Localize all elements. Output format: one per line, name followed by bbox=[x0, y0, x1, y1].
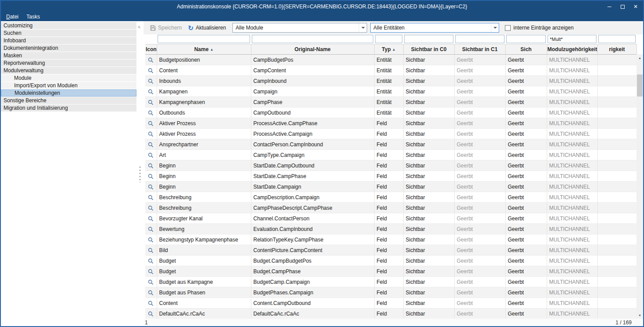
cell-icon[interactable] bbox=[145, 86, 157, 97]
cell-icon[interactable] bbox=[145, 203, 157, 213]
column-header-modul[interactable]: Modulzugehörigkeit bbox=[547, 45, 597, 55]
table-row[interactable]: AnsprechpartnerContactPerson.CampInbound… bbox=[145, 139, 637, 150]
cell-icon[interactable] bbox=[145, 266, 157, 277]
cell-icon[interactable] bbox=[145, 129, 157, 139]
column-header-original[interactable]: Original-Name bbox=[251, 45, 374, 55]
column-header-c2[interactable]: Sich bbox=[505, 45, 547, 55]
row-search-icon[interactable] bbox=[148, 237, 154, 243]
table-row[interactable]: OutboundsCampOutboundEntitätSichtbarGeer… bbox=[145, 108, 637, 118]
table-row[interactable]: Budget aus PhasenBudgetPhases.CampaignFe… bbox=[145, 287, 637, 298]
sidebar-item-sonstige-bereiche[interactable]: Sonstige Bereiche bbox=[1, 97, 136, 104]
table-row[interactable]: BeginnStartDate.CampPhaseFeldSichtbarGee… bbox=[145, 171, 637, 182]
row-search-icon[interactable] bbox=[148, 152, 154, 158]
column-header-c0[interactable]: Sichtbar in C0 bbox=[403, 45, 454, 55]
row-search-icon[interactable] bbox=[148, 269, 154, 275]
maximize-button[interactable] bbox=[616, 1, 629, 12]
column-header-c1[interactable]: Sichtbar in C1 bbox=[454, 45, 505, 55]
table-row[interactable]: BudgetBudget.CampBudgetPosFeldSichtbarGe… bbox=[145, 256, 637, 266]
cell-icon[interactable] bbox=[145, 182, 157, 192]
row-search-icon[interactable] bbox=[148, 258, 154, 264]
filter-input-c2[interactable] bbox=[506, 35, 546, 43]
table-row[interactable]: ArtCampType.CampaignFeldSichtbarGeerbtGe… bbox=[145, 150, 637, 160]
table-row[interactable]: InboundsCampInboundEntitätSichtbarGeerbt… bbox=[145, 76, 637, 86]
cell-icon[interactable] bbox=[145, 298, 157, 308]
filter-input-modul[interactable] bbox=[548, 35, 596, 43]
filter-input-name[interactable] bbox=[158, 35, 250, 43]
table-row[interactable]: Beziehungstyp KampagnenphaseRelationType… bbox=[145, 234, 637, 245]
table-row[interactable]: BudgetBudget.CampPhaseFeldSichtbarGeerbt… bbox=[145, 266, 637, 277]
cell-icon[interactable] bbox=[145, 171, 157, 182]
row-search-icon[interactable] bbox=[148, 279, 154, 285]
row-search-icon[interactable] bbox=[148, 89, 154, 95]
row-search-icon[interactable] bbox=[148, 142, 154, 148]
table-row[interactable]: DefaultCaAc.rCaAcDefaultCaAc.rCaAcFeldSi… bbox=[145, 308, 637, 319]
splitter-grip-icon[interactable] bbox=[139, 166, 141, 182]
cell-icon[interactable] bbox=[145, 118, 157, 129]
cell-icon[interactable] bbox=[145, 224, 157, 234]
filter-input-c0[interactable] bbox=[404, 35, 453, 43]
sidebar-item-modulverwaltung[interactable]: Modulverwaltung bbox=[1, 67, 136, 74]
cell-icon[interactable] bbox=[145, 160, 157, 171]
row-search-icon[interactable] bbox=[148, 121, 154, 126]
filter-input-typ[interactable] bbox=[375, 35, 402, 43]
sidebar-item-reportverwaltung[interactable]: Reportverwaltung bbox=[1, 59, 136, 67]
scroll-up-button[interactable]: ▲ bbox=[637, 54, 643, 61]
table-row[interactable]: BeginnStartDate.CampOutboundFeldSichtbar… bbox=[145, 160, 637, 171]
internal-entries-checkbox[interactable] bbox=[505, 25, 511, 31]
scroll-thumb[interactable] bbox=[637, 74, 643, 97]
cell-icon[interactable] bbox=[145, 150, 157, 160]
sidebar-item-moduleinstellungen[interactable]: Moduleinstellungen bbox=[1, 89, 136, 97]
sidebar-item-customizing[interactable]: Customizing bbox=[1, 22, 136, 29]
row-search-icon[interactable] bbox=[148, 100, 154, 105]
collapse-sidebar-icon[interactable]: < bbox=[138, 25, 140, 30]
cell-icon[interactable] bbox=[145, 277, 157, 287]
cell-icon[interactable] bbox=[145, 65, 157, 76]
cell-icon[interactable] bbox=[145, 234, 157, 245]
sidebar-splitter[interactable]: < bbox=[136, 21, 144, 326]
row-search-icon[interactable] bbox=[148, 163, 154, 169]
row-search-icon[interactable] bbox=[148, 57, 154, 63]
sidebar-item-migration-und-initialisierung[interactable]: Migration und Initialisierung bbox=[1, 104, 136, 111]
save-button[interactable]: Speichern bbox=[147, 23, 185, 32]
row-search-icon[interactable] bbox=[148, 184, 154, 190]
row-search-icon[interactable] bbox=[148, 174, 154, 179]
row-search-icon[interactable] bbox=[148, 248, 154, 253]
row-search-icon[interactable] bbox=[148, 301, 154, 306]
minimize-button[interactable] bbox=[603, 1, 616, 12]
cell-icon[interactable] bbox=[145, 55, 157, 65]
cell-icon[interactable] bbox=[145, 139, 157, 150]
row-search-icon[interactable] bbox=[148, 216, 154, 222]
table-row[interactable]: BeschreibungCampDescription.CampaignFeld… bbox=[145, 192, 637, 203]
row-search-icon[interactable] bbox=[148, 311, 154, 317]
table-row[interactable]: BudgetpositionenCampBudgetPosEntitätSich… bbox=[145, 55, 637, 65]
column-header-name[interactable]: Name▲ bbox=[157, 45, 251, 55]
menu-item-datei[interactable]: Datei bbox=[6, 14, 18, 20]
cell-icon[interactable] bbox=[145, 308, 157, 319]
row-search-icon[interactable] bbox=[148, 205, 154, 211]
table-row[interactable]: KampagnenCampaignEntitätSichtbarGeerbtGe… bbox=[145, 86, 637, 97]
cell-icon[interactable] bbox=[145, 213, 157, 224]
filter-input-extra[interactable] bbox=[598, 35, 636, 43]
table-row[interactable]: BewertungEvaluation.CampInboundFeldSicht… bbox=[145, 224, 637, 234]
row-search-icon[interactable] bbox=[148, 131, 154, 137]
cell-icon[interactable] bbox=[145, 192, 157, 203]
menu-item-tasks[interactable]: Tasks bbox=[26, 14, 40, 20]
row-search-icon[interactable] bbox=[148, 195, 154, 201]
cell-icon[interactable] bbox=[145, 287, 157, 298]
vertical-scrollbar[interactable]: ▲ ▼ bbox=[637, 54, 643, 319]
refresh-button[interactable]: ↻ Aktualisieren bbox=[185, 23, 229, 32]
sidebar-item-module[interactable]: Module bbox=[1, 74, 136, 82]
scroll-down-button[interactable]: ▼ bbox=[637, 312, 643, 319]
table-row[interactable]: BeginnStartDate.CampaignFeldSichtbarGeer… bbox=[145, 182, 637, 192]
row-search-icon[interactable] bbox=[148, 110, 154, 116]
row-search-icon[interactable] bbox=[148, 68, 154, 74]
column-header-icon[interactable]: Icon bbox=[145, 45, 157, 55]
sidebar-item-infoboard[interactable]: Infoboard bbox=[1, 37, 136, 44]
sidebar-item-import-export-von-modulen[interactable]: Import/Export von Modulen bbox=[1, 82, 136, 89]
sidebar-item-masken[interactable]: Masken bbox=[1, 52, 136, 59]
sidebar-item-dokumentenintegration[interactable]: Dokumentenintegration bbox=[1, 45, 136, 52]
column-header-extra[interactable]: rigkeit bbox=[597, 45, 637, 55]
module-filter-select[interactable]: Alle Module bbox=[232, 23, 367, 33]
table-row[interactable]: Aktiver ProzessProcessActive.CampPhaseFe… bbox=[145, 118, 637, 129]
row-search-icon[interactable] bbox=[148, 227, 154, 232]
